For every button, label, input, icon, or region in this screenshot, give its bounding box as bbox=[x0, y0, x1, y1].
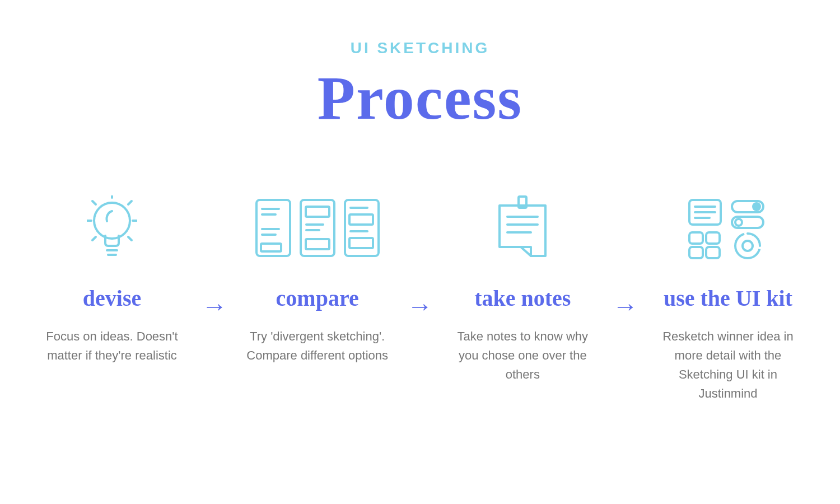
eyebrow-text: UI SKETCHING bbox=[22, 39, 818, 57]
step-description: Take notes to know why you chose one ove… bbox=[444, 327, 601, 384]
arrow-icon: → bbox=[199, 291, 230, 321]
svg-rect-39 bbox=[706, 232, 720, 244]
step-description: Focus on ideas. Doesn't matter if they'r… bbox=[34, 327, 190, 365]
lightbulb-icon bbox=[34, 190, 190, 268]
svg-rect-15 bbox=[261, 244, 281, 251]
svg-line-7 bbox=[128, 201, 132, 204]
svg-point-37 bbox=[735, 219, 742, 226]
svg-point-35 bbox=[753, 203, 760, 210]
step-devise: devise Focus on ideas. Doesn't matter if… bbox=[34, 190, 190, 365]
step-heading: take notes bbox=[444, 285, 601, 311]
arrow-icon: → bbox=[610, 291, 641, 321]
main-title: Process bbox=[22, 63, 818, 134]
step-heading: devise bbox=[34, 285, 190, 311]
svg-rect-20 bbox=[306, 239, 329, 249]
header: UI SKETCHING Process bbox=[22, 39, 818, 134]
svg-point-0 bbox=[94, 203, 130, 239]
svg-rect-40 bbox=[689, 247, 703, 258]
arrow-icon: → bbox=[405, 291, 435, 321]
svg-rect-25 bbox=[349, 238, 373, 248]
step-description: Resketch winner idea in more detail with… bbox=[650, 327, 806, 403]
diagram-wrapper: UI SKETCHING Process bbox=[0, 0, 840, 403]
svg-point-43 bbox=[743, 241, 753, 251]
svg-line-6 bbox=[92, 201, 96, 204]
step-take-notes: take notes Take notes to know why you ch… bbox=[444, 190, 601, 384]
steps-row: devise Focus on ideas. Doesn't matter if… bbox=[22, 190, 818, 403]
step-heading: use the UI kit bbox=[650, 285, 806, 311]
svg-line-9 bbox=[128, 237, 132, 240]
svg-line-8 bbox=[92, 237, 96, 240]
ui-kit-icon bbox=[650, 190, 806, 268]
svg-rect-17 bbox=[306, 207, 329, 217]
svg-rect-23 bbox=[349, 214, 373, 225]
svg-rect-38 bbox=[689, 232, 703, 244]
note-icon bbox=[444, 190, 601, 268]
step-use-ui-kit: use the UI kit Resketch winner idea in m… bbox=[650, 190, 806, 403]
step-description: Try 'divergent sketching'. Compare diffe… bbox=[239, 327, 396, 365]
svg-rect-41 bbox=[706, 247, 720, 258]
step-compare: compare Try 'divergent sketching'. Compa… bbox=[239, 190, 396, 365]
wireframes-icon bbox=[239, 190, 396, 268]
step-heading: compare bbox=[239, 285, 396, 311]
